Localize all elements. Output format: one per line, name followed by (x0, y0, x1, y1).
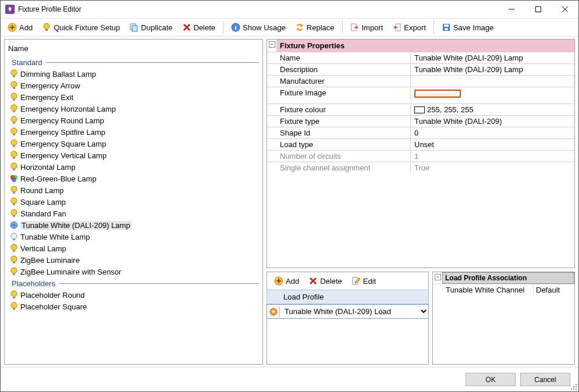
export-icon (392, 23, 402, 32)
cancel-button[interactable]: Cancel (520, 373, 570, 386)
replace-button[interactable]: Replace (292, 20, 338, 34)
fixture-properties-grid: − Fixture Properties NameTunable White (… (267, 39, 575, 268)
tree-item[interactable]: Red-Green-Blue Lamp (5, 173, 262, 184)
duplicate-button[interactable]: Duplicate (126, 20, 176, 34)
prop-manufacturer-value[interactable] (411, 76, 574, 87)
delete-button[interactable]: Delete (179, 20, 219, 34)
svg-rect-53 (13, 273, 15, 275)
swap-icon (295, 23, 304, 32)
resize-grip[interactable] (570, 383, 577, 390)
prop-colour-value[interactable]: 255, 255, 255 (411, 104, 574, 115)
tree-item[interactable]: Standard Fan (5, 208, 262, 219)
load-grid-row[interactable]: Tunable White (DALI-209) Load (267, 304, 429, 319)
svg-point-38 (12, 177, 16, 182)
tree-item[interactable]: Emergency Square Lamp (5, 138, 262, 149)
tree-item[interactable]: ZigBee Luminaire (5, 254, 262, 266)
collapse-button[interactable]: − (269, 41, 275, 48)
ok-button[interactable]: OK (466, 373, 516, 386)
minimize-button[interactable] (498, 1, 525, 18)
prop-image-value[interactable] (411, 87, 574, 100)
svg-rect-17 (445, 28, 448, 30)
import-icon (350, 23, 360, 32)
tree-item[interactable]: Dimming Ballast Lamp (5, 68, 262, 80)
prop-channel-value: True (411, 162, 574, 173)
load-delete-button[interactable]: Delete (305, 274, 346, 288)
prop-shape-label: Shape Id (267, 127, 411, 138)
fixture-image-box[interactable] (414, 90, 461, 98)
tree-item[interactable]: Emergency Round Lamp (5, 115, 262, 126)
save-image-button[interactable]: Save Image (438, 20, 497, 34)
prop-description-label: Description (267, 64, 411, 75)
svg-point-26 (11, 116, 17, 122)
show-usage-button[interactable]: i Show Usage (228, 20, 289, 34)
prop-type-value[interactable]: Tunable White (DALI-209) (411, 116, 574, 127)
tree-item[interactable]: Placeholder Round (5, 289, 262, 301)
svg-point-46 (11, 233, 17, 239)
svg-point-34 (11, 163, 17, 169)
x-icon (182, 23, 191, 32)
prop-circuits-value: 1 (411, 151, 574, 162)
main-toolbar: Add Quick Fixture Setup Duplicate Delete… (1, 18, 578, 37)
prop-circuits-label: Number of circuits (267, 151, 411, 162)
svg-rect-19 (13, 76, 15, 77)
tree-item[interactable]: Round Lamp (5, 184, 262, 196)
tree-item[interactable]: Tunable White Lamp (5, 231, 262, 243)
tree-item[interactable]: Vertical Lamp (5, 243, 262, 254)
svg-rect-55 (13, 297, 15, 298)
load-grid-header[interactable]: Load Profile (267, 290, 429, 304)
app-icon (5, 5, 15, 14)
tree-item[interactable]: Horizontal Lamp (5, 161, 262, 173)
prop-name-value[interactable]: Tunable White (DALI-209) Lamp (411, 52, 574, 63)
svg-rect-57 (13, 308, 15, 310)
svg-rect-8 (45, 29, 48, 31)
prop-load-label: Load type (267, 139, 411, 150)
svg-point-52 (11, 268, 17, 273)
prop-channel-label: Single channel assignment (267, 162, 411, 173)
tree-item[interactable]: Square Lamp (5, 196, 262, 208)
quick-setup-button[interactable]: Quick Fixture Setup (38, 20, 123, 34)
x-icon (308, 276, 318, 286)
load-add-button[interactable]: Add (271, 274, 303, 288)
plus-icon (274, 276, 283, 286)
svg-rect-25 (13, 111, 15, 112)
export-button[interactable]: Export (389, 20, 429, 34)
tree-scroll[interactable]: StandardDimming Ballast LampEmergency Ar… (5, 56, 262, 364)
load-edit-button[interactable]: Edit (348, 274, 379, 288)
import-button[interactable]: Import (347, 20, 387, 34)
svg-rect-31 (13, 145, 15, 147)
prop-image-label: Fixture Image (267, 87, 411, 100)
assoc-channel-value[interactable]: Default (534, 284, 574, 295)
add-button[interactable]: Add (4, 20, 36, 34)
svg-point-28 (11, 128, 17, 134)
prop-load-value[interactable]: Unset (411, 139, 574, 150)
prop-type-label: Fixture type (267, 116, 411, 127)
fixture-tree-panel: Name StandardDimming Ballast LampEmergen… (4, 39, 263, 365)
tree-item[interactable]: Emergency Vertical Lamp (5, 149, 262, 161)
close-button[interactable] (552, 1, 578, 18)
tree-item[interactable]: Emergency Spitfire Lamp (5, 126, 262, 138)
tree-group-header: Placeholders (5, 277, 262, 289)
load-profile-panel: Add Delete Edit Load Profile (267, 272, 429, 365)
tree-item[interactable]: Placeholder Square (5, 301, 262, 312)
edit-icon (351, 276, 361, 286)
svg-point-39 (11, 186, 17, 192)
prop-colour-label: Fixture colour (267, 104, 411, 115)
tree-item[interactable]: Tunable White (DALI-209) Lamp (5, 219, 262, 231)
copy-icon (129, 23, 138, 32)
save-icon (442, 23, 451, 32)
assoc-collapse-button[interactable]: − (435, 274, 441, 280)
tree-item[interactable]: Emergency Horizontal Lamp (5, 103, 262, 115)
tree-item[interactable]: ZigBee Luminaire with Sensor (5, 266, 262, 277)
prop-shape-value[interactable]: 0 (411, 127, 574, 138)
svg-rect-33 (13, 157, 15, 159)
prop-description-value[interactable]: Tunable White (DALI-209) Lamp (411, 64, 574, 75)
tree-item[interactable]: Emergency Exit (5, 91, 262, 103)
svg-point-32 (11, 151, 17, 157)
load-profile-select[interactable]: Tunable White (DALI-209) Load (280, 305, 428, 318)
svg-text:i: i (235, 24, 237, 31)
maximize-button[interactable] (525, 1, 552, 18)
svg-rect-10 (132, 26, 137, 31)
tree-header[interactable]: Name (5, 40, 262, 56)
svg-rect-3 (536, 7, 541, 12)
tree-item[interactable]: Emergency Arrow (5, 80, 262, 91)
